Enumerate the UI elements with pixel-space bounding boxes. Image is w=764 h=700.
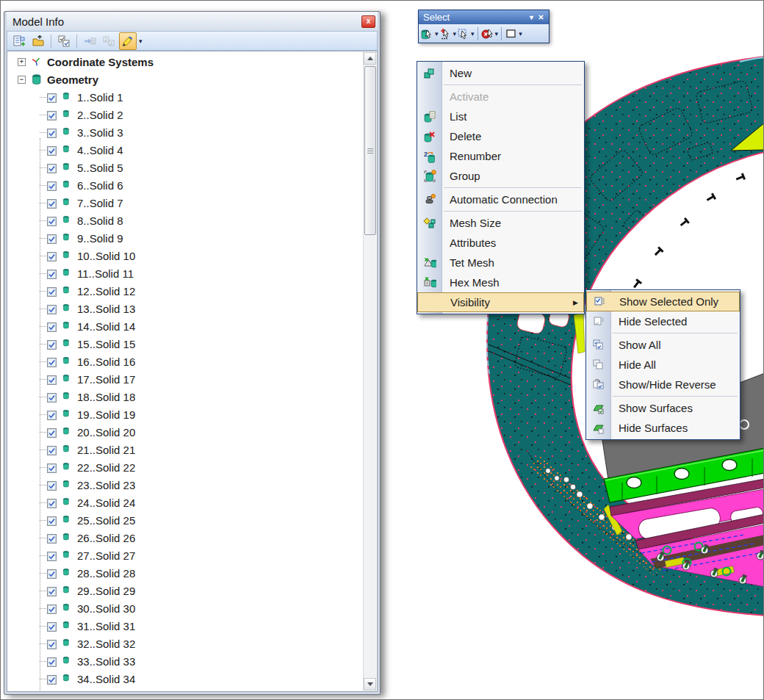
menu-item-visibility[interactable]: Visibility▶ [417,292,584,312]
menu-item-hide-surfaces[interactable]: Hide Surfaces [586,418,740,438]
checkbox[interactable] [47,657,57,666]
dropdown-caret-icon[interactable]: ▾ [453,30,457,37]
dropdown-caret-icon[interactable]: ▾ [471,30,475,37]
scrollbar-thumb[interactable] [364,66,376,235]
menu-item-new[interactable]: New [417,63,584,83]
scroll-up-icon[interactable] [364,52,376,65]
tree-item-geometry[interactable]: −Geometry [8,71,364,88]
close-icon[interactable]: ✕ [536,13,546,21]
model-info-titlebar[interactable]: Model Info x [7,12,378,31]
menu-item-automatic-connection[interactable]: Automatic Connection [417,190,584,209]
tree-item-28-solid-28[interactable]: 28..Solid 28 [8,564,364,582]
renumber-table-icon[interactable]: 22 [100,32,118,50]
select-box-button[interactable]: ▾ [457,27,475,40]
tree-item-13-solid-13[interactable]: 13..Solid 13 [8,300,364,317]
tree-item-26-solid-26[interactable]: 26..Solid 26 [8,529,364,546]
checkbox[interactable] [47,639,57,649]
scroll-down-icon[interactable] [364,678,376,690]
tree-item-5-solid-5[interactable]: 5..Solid 5 [8,159,364,176]
checkbox[interactable] [47,128,57,137]
tree-item-25-solid-25[interactable]: 25..Solid 25 [8,511,364,529]
checkbox[interactable] [47,621,57,631]
menu-item-hide-selected[interactable]: Hide Selected [586,311,740,331]
menu-item-activate[interactable]: Activate [417,87,584,107]
deselect-all-button[interactable]: ▾ [481,27,499,40]
load-view-icon[interactable] [29,32,47,50]
checkbox[interactable] [47,551,57,560]
tree-item-27-solid-27[interactable]: 27..Solid 27 [8,546,364,564]
tree-item-9-solid-9[interactable]: 9..Solid 9 [8,229,364,247]
checkbox[interactable] [47,533,57,543]
tree-item-14-solid-14[interactable]: 14..Solid 14 [8,317,364,335]
tree-item-15-solid-15[interactable]: 15..Solid 15 [8,335,364,353]
tree-item-coordinate-systems[interactable]: +Coordinate Systems [8,53,364,71]
tree-item-22-solid-22[interactable]: 22..Solid 22 [8,458,364,476]
dropdown-caret-icon[interactable]: ▾ [435,30,439,37]
checkbox[interactable] [47,463,57,472]
checkbox[interactable] [47,234,57,243]
menu-item-renumber[interactable]: 2Renumber [417,146,584,166]
menu-item-show-surfaces[interactable]: Show Surfaces [586,398,740,418]
tree-item-4-solid-4[interactable]: 4..Solid 4 [8,141,364,159]
dropdown-caret-icon[interactable]: ▾ [519,30,522,37]
checkbox[interactable] [47,586,57,596]
send-to-table-icon[interactable] [81,32,98,50]
checkbox[interactable] [47,145,57,155]
checkbox[interactable] [47,322,57,331]
close-icon[interactable]: x [361,15,375,28]
checkbox[interactable] [47,198,57,208]
menu-item-mesh-size[interactable]: Mesh Size [417,213,584,233]
tree-item-34-solid-34[interactable]: 34..Solid 34 [8,670,364,688]
highlight-icon[interactable] [119,32,137,50]
tree-item-29-solid-29[interactable]: 29..Solid 29 [8,582,364,599]
select-toolbar-titlebar[interactable]: Select ▾ ✕ [419,10,549,24]
tree-item-20-solid-20[interactable]: 20..Solid 20 [8,423,364,441]
tree-item-6-solid-6[interactable]: 6..Solid 6 [8,176,364,194]
tree-item-18-solid-18[interactable]: 18..Solid 18 [8,388,364,405]
checkbox[interactable] [47,269,57,278]
tree-item-10-solid-10[interactable]: 10..Solid 10 [8,247,364,264]
menu-item-delete[interactable]: Delete [417,126,584,146]
select-checked-icon[interactable] [55,32,73,50]
checkbox[interactable] [47,304,57,314]
tree-item-32-solid-32[interactable]: 32..Solid 32 [8,635,364,652]
checkbox[interactable] [47,392,57,402]
checkbox[interactable] [47,445,57,455]
menu-item-list[interactable]: List [417,107,584,126]
checkbox[interactable] [47,375,57,384]
checkbox[interactable] [47,216,57,225]
tree-item-1-solid-1[interactable]: 1..Solid 1 [8,88,364,106]
tree-item-2-solid-2[interactable]: 2..Solid 2 [8,106,364,123]
dropdown-caret-icon[interactable]: ▾ [495,30,499,37]
expander-icon[interactable]: + [18,58,26,66]
checkbox[interactable] [47,181,57,190]
checkbox[interactable] [47,357,57,367]
tree-item-7-solid-7[interactable]: 7..Solid 7 [8,194,364,212]
select-entity-button[interactable]: ▾ [421,27,439,40]
tree-item-12-solid-12[interactable]: 12..Solid 12 [8,282,364,300]
tree-item-30-solid-30[interactable]: 30..Solid 30 [8,599,364,617]
checkbox[interactable] [47,569,57,578]
menu-item-tet-mesh[interactable]: Tet Mesh [417,253,584,273]
expander-icon[interactable]: − [18,76,26,84]
select-add-button[interactable]: ▾ [439,27,457,40]
checkbox[interactable] [47,93,57,102]
tree-scrollbar[interactable] [363,52,376,690]
tree-item-16-solid-16[interactable]: 16..Solid 16 [8,353,364,370]
checkbox[interactable] [47,427,57,437]
checkbox[interactable] [47,410,57,419]
tree-item-23-solid-23[interactable]: 23..Solid 23 [8,476,364,494]
checkbox[interactable] [47,480,57,490]
tree-item-11-solid-11[interactable]: 11..Solid 11 [8,264,364,282]
menu-item-show-all[interactable]: Show All [586,335,740,355]
tree-item-31-solid-31[interactable]: 31..Solid 31 [8,617,364,635]
menu-item-show-selected-only[interactable]: Show Selected Only [586,292,740,311]
checkbox[interactable] [47,674,57,684]
menu-item-hex-mesh[interactable]: Hex Mesh [417,273,584,292]
tree-item-19-solid-19[interactable]: 19..Solid 19 [8,405,364,423]
checkbox[interactable] [47,604,57,613]
checkbox[interactable] [47,163,57,173]
tree-item-21-solid-21[interactable]: 21..Solid 21 [8,441,364,458]
menu-item-hide-all[interactable]: Hide All [586,355,740,375]
tree-item-17-solid-17[interactable]: 17..Solid 17 [8,370,364,388]
